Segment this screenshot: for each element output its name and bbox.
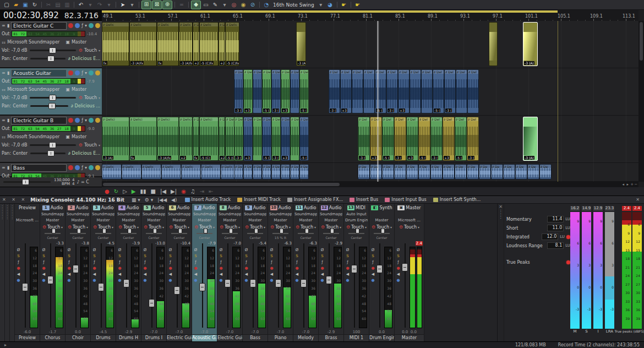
arm-record-icon[interactable]: ●	[371, 266, 374, 270]
stop-button[interactable]: ■	[151, 188, 156, 195]
pan-handle[interactable]	[128, 229, 132, 233]
fader-handle[interactable]	[225, 279, 231, 287]
fader-track[interactable]	[21, 241, 29, 329]
arm-record-icon[interactable]: ●	[143, 266, 146, 270]
fx-icon[interactable]: ƒ	[296, 260, 297, 264]
channel-strip[interactable]: 3AudioSoundmapperMaster⚙Touch▾CenterØSƒ●…	[91, 204, 116, 341]
phase-icon[interactable]: Ø	[68, 248, 71, 252]
strip-output[interactable]: Master	[41, 218, 64, 224]
arm-record-icon[interactable]: ●	[118, 266, 121, 270]
strip-name[interactable]: Piano	[268, 334, 293, 341]
audio-clip[interactable]: ∂ Del	[253, 69, 262, 113]
fader-handle[interactable]	[73, 265, 79, 273]
collapsed-strip[interactable]: ⋮ ⋮ ⋮	[0, 204, 5, 341]
phase-icon[interactable]: Ø	[118, 248, 122, 252]
audio-clip[interactable]: ∂ Del	[363, 69, 375, 113]
pan-handle[interactable]	[356, 229, 359, 233]
fader-track[interactable]	[199, 241, 206, 329]
channel-strip[interactable]: ◧SynthMaster⚙Touch▾CenterØSƒ●◀●612182430…	[369, 204, 395, 341]
output-bus[interactable]: Master	[72, 40, 86, 45]
strip-name[interactable]: Melody	[293, 334, 318, 341]
arm-record-icon[interactable]: ●	[92, 266, 96, 270]
redo-caret-icon[interactable]: ▾	[105, 1, 113, 9]
audio-clip[interactable]: ∂ Delicifx	[193, 117, 199, 161]
phase-icon[interactable]: Ø	[397, 248, 400, 252]
fx-icon[interactable]: ƒ	[119, 260, 120, 264]
track-menu-icon[interactable]: ≡	[2, 117, 6, 124]
fader-handle[interactable]	[326, 276, 332, 284]
arm-record-icon[interactable]: ●	[219, 266, 222, 270]
strip-name[interactable]: Brass	[319, 334, 343, 341]
strip-name[interactable]: Acoustic G...	[192, 334, 217, 341]
audio-clip[interactable]: ∂ Delici-3 (A)fx	[157, 117, 179, 161]
audio-clip[interactable]: ∂ De	[243, 164, 253, 180]
insert-button[interactable]: Insert Audio Track	[185, 197, 231, 202]
input-echo-icon[interactable]: ◀	[118, 272, 121, 276]
audio-clip[interactable]: ∂ Del-5 (	[382, 117, 394, 161]
fader-handle[interactable]	[98, 283, 104, 291]
automation-write-icon[interactable]: ●	[244, 278, 248, 282]
audio-clip[interactable]: ∂ Del+3	[406, 117, 418, 161]
input-echo-icon[interactable]: ◀	[144, 272, 146, 276]
automation-gear-icon[interactable]: ⚙	[79, 95, 83, 100]
vscroll-thumb[interactable]	[640, 22, 643, 61]
audio-clip[interactable]: ∂ Delic	[141, 164, 161, 180]
strip-output[interactable]: Master	[294, 218, 317, 224]
input-echo-icon[interactable]: ◀	[68, 272, 70, 276]
loop-region-band[interactable]	[102, 10, 558, 13]
paste-icon[interactable]: ▥	[63, 1, 72, 9]
record-button[interactable]: ●	[105, 188, 110, 195]
channel-strip[interactable]: 1AudioSoundmapperMaster⚙Touch▾CenterØSƒ●…	[40, 204, 66, 341]
audio-clip[interactable]: ∂ De	[382, 164, 394, 180]
strip-name[interactable]: MIDI 1	[344, 334, 369, 341]
strip-output[interactable]: Master	[92, 218, 114, 224]
solo-icon[interactable]: S	[194, 254, 197, 258]
phase-icon[interactable]: Ø	[321, 248, 324, 252]
pan-slider[interactable]	[30, 105, 68, 107]
input-echo-icon[interactable]: ◀	[372, 272, 374, 276]
pan-handle[interactable]	[330, 229, 334, 233]
audio-clip[interactable]: ∂ Del-3 (	[271, 69, 281, 113]
audio-clip[interactable]: ∂ De	[358, 164, 370, 180]
channel-strip[interactable]: 6AudioSoundmapperMaster⚙Touch▾CenterØSƒ●…	[167, 204, 192, 341]
fx-icon[interactable]: ƒ	[170, 260, 171, 264]
strip-input[interactable]: Soundmapper	[219, 211, 241, 218]
audio-clip[interactable]: ∂ De	[234, 164, 243, 180]
channel-strip[interactable]: 11AudioSoundmapperMaster⚙Touch▾CenterØSƒ…	[293, 204, 319, 341]
input-echo-icon[interactable]: ◀	[296, 272, 298, 276]
solo-icon[interactable]: S	[270, 254, 272, 258]
automation-write-icon[interactable]: ●	[92, 278, 96, 282]
audio-clip[interactable]: ∂ De	[443, 164, 455, 180]
phase-icon[interactable]: Ø	[372, 248, 375, 252]
solo-icon[interactable]: S	[93, 254, 95, 258]
volume-handle[interactable]	[49, 95, 56, 101]
input-device[interactable]: Microsoft Soundmapper	[7, 87, 59, 92]
rewind-button[interactable]: |◀	[160, 188, 166, 195]
audio-clip[interactable]: ∂ Del-3 (	[430, 117, 443, 161]
strip-name[interactable]: Drums I	[141, 334, 166, 341]
console-view-icon[interactable]: ▦ ▾	[132, 197, 140, 203]
punch-button[interactable]: ⇥	[200, 188, 204, 195]
fx-icon[interactable]: ƒ	[347, 260, 348, 264]
fx-icon[interactable]: ƒ	[81, 165, 83, 171]
vol-value[interactable]: -7,0 dB	[12, 48, 28, 53]
arm-record-icon[interactable]	[68, 70, 73, 75]
pan-handle[interactable]	[254, 229, 258, 233]
console-view-icon[interactable]: ⚙ ▾	[145, 197, 153, 203]
timeline-tool-icon[interactable]: ≖	[177, 1, 186, 9]
fader-track[interactable]	[72, 241, 79, 329]
solo-icon[interactable]: S	[68, 254, 70, 258]
pan-handle[interactable]	[204, 229, 208, 233]
arm-record-icon[interactable]: ●	[295, 266, 298, 270]
mute-icon[interactable]	[75, 70, 80, 75]
strip-output[interactable]: Drum Engine	[345, 218, 368, 224]
automation-mode[interactable]: Touch	[84, 95, 97, 100]
audio-clip[interactable]: ∂ Del	[421, 69, 433, 113]
patch-gear-icon[interactable]	[95, 23, 100, 28]
strip-output[interactable]: Master	[193, 218, 216, 224]
select-tool-icon[interactable]: ⊞	[141, 1, 151, 9]
scroll-right-icon[interactable]: ▸	[626, 182, 629, 187]
patch-gear-icon[interactable]	[95, 70, 100, 75]
audio-clip[interactable]: ∂ Delici-3 (A)	[102, 117, 129, 161]
solo-icon[interactable]: S	[245, 254, 247, 258]
